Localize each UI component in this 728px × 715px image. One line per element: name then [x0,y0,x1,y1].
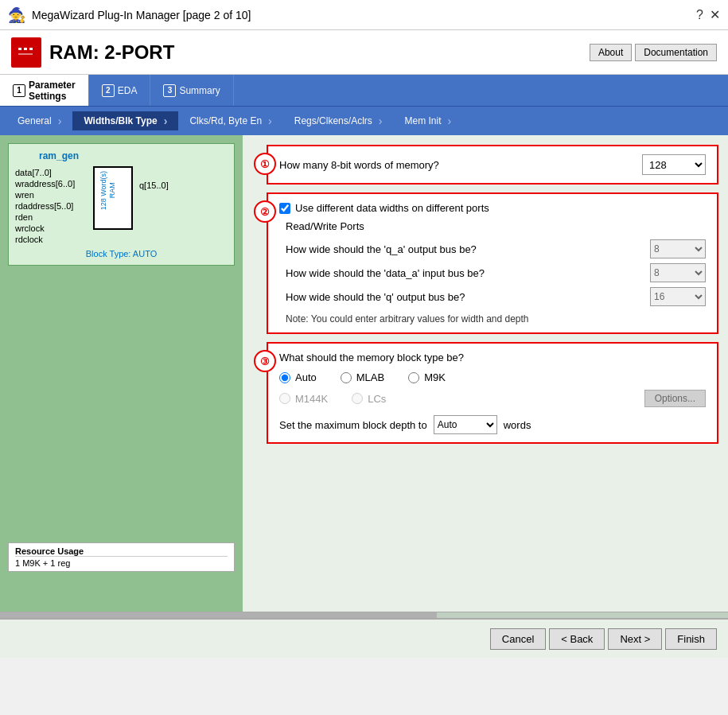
tab-summary[interactable]: 3 Summary [150,75,233,106]
depth-select[interactable]: Auto 32 64 128 256 [434,415,497,434]
title-bar-controls: ? ✕ [696,7,720,22]
back-button[interactable]: < Back [549,628,605,650]
radio-lcs-label[interactable]: LCs [352,393,386,405]
tab2-arrow-clks: › [268,115,272,127]
radio-auto-label[interactable]: Auto [279,371,317,383]
tab1-label-1: ParameterSettings [29,80,76,102]
block-depth-row: Set the maximum block depth to Auto 32 6… [279,415,706,434]
diff-widths-checkbox[interactable] [279,203,290,214]
close-button[interactable]: ✕ [710,7,720,22]
step1-circle: ① [254,153,276,175]
diff-widths-label: Use different data widths on different p… [295,202,489,214]
section1-row: How many 8-bit words of memory? 128 256 … [279,154,706,175]
ports-label: Read/Write Ports [286,220,706,232]
memory-words-select[interactable]: 128 256 512 1024 [642,154,706,175]
title-bar-text: MegaWizard Plug-In Manager [page 2 of 10… [32,9,251,21]
options-button[interactable]: Options... [644,390,706,407]
tab2-label-widths: Widths/Blk Type [84,115,157,126]
module-name: ram_gen [39,150,87,161]
section2-row-label-1: How wide should the 'data_a' input bus b… [286,267,485,279]
signal-wren: wren [15,190,87,200]
radio-m9k-label[interactable]: M9K [408,371,446,383]
section2-row-2: How wide should the 'q' output bus be? 8… [279,285,706,309]
radio-auto-text: Auto [295,371,317,383]
signal-list: ram_gen data[7..0] wraddress[6..0] wren … [15,150,87,244]
section2-row-0: How wide should the 'q_a' output bus be?… [279,237,706,261]
section1-question: How many 8-bit words of memory? [279,159,439,171]
section3: ③ What should the memory block type be? … [267,342,718,444]
tab-mem-init[interactable]: Mem Init › [393,111,462,130]
tab2-arrow-widths: › [164,115,168,127]
radio-group-2: M144K LCs [279,393,386,405]
radio-m144k-text: M144K [295,393,328,405]
diagram-box: ram_gen data[7..0] wraddress[6..0] wren … [8,143,235,266]
tab1-num-2: 2 [102,84,115,97]
radio-lcs[interactable] [352,393,363,404]
radio-auto[interactable] [279,372,290,383]
signal-data: data[7..0] [15,168,87,177]
tab2-arrow-regs: › [379,115,383,127]
radio-m144k-label[interactable]: M144K [279,393,328,405]
wizard-icon: 🧙 [8,6,25,24]
tab1-num-1: 1 [13,84,25,97]
resource-box: Resource Usage 1 M9K + 1 reg [8,542,235,572]
diff-widths-checkbox-label[interactable]: Use different data widths on different p… [279,202,489,214]
tab2-arrow-mem-init: › [447,115,451,127]
depth-suffix: words [504,419,531,431]
radio-mlab[interactable] [341,372,352,383]
step2-circle: ② [254,200,276,223]
radio-m9k-text: M9K [424,371,446,383]
data-a-input-select[interactable]: 81632 [650,263,706,282]
section2-row-1: How wide should the 'data_a' input bus b… [279,261,706,285]
section2-header: Use different data widths on different p… [279,202,706,214]
radio-mlab-text: MLAB [356,371,384,383]
block-type: Block Type: AUTO [15,249,228,258]
tab1-label-3: Summary [179,85,220,96]
tab-regs-clkens-aclrs[interactable]: Regs/Clkens/Aclrs › [283,111,394,130]
ram-icon [11,37,41,68]
finish-button[interactable]: Finish [665,628,717,650]
tab2-label-general: General [18,115,52,126]
tab-general[interactable]: General › [6,111,72,130]
radio-mlab-label[interactable]: MLAB [341,371,384,383]
signal-rdclock: rdclock [15,235,87,244]
title-bar-left: 🧙 MegaWizard Plug-In Manager [page 2 of … [8,6,251,24]
right-panel: ① How many 8-bit words of memory? 128 25… [243,135,728,612]
output-signal: q[15..0] [139,181,169,190]
section2: ② Use different data widths on different… [267,192,718,334]
signal-rdaddress: rdaddress[5..0] [15,201,87,211]
tab1-label-2: EDA [118,85,138,96]
radio-lcs-text: LCs [368,393,386,405]
section2-note: Note: You could enter arbitrary values f… [286,313,706,324]
q-output-select[interactable]: 81632 [650,287,706,306]
resource-title: Resource Usage [15,546,228,557]
tab2-label-clks: Clks/Rd, Byte En [189,115,262,126]
cancel-button[interactable]: Cancel [490,628,546,650]
tab-eda[interactable]: 2 EDA [89,75,151,106]
header-title: RAM: 2-PORT [11,37,174,68]
radio-m9k[interactable] [408,372,419,383]
about-button[interactable]: About [590,44,632,61]
tab-parameter-settings[interactable]: 1 ParameterSettings [0,75,89,106]
svg-rect-0 [15,45,37,60]
page-title: RAM: 2-PORT [49,41,174,64]
svg-rect-4 [18,53,33,55]
depth-label: Set the maximum block depth to [279,419,427,431]
svg-rect-2 [24,48,27,50]
signal-wraddress: wraddress[6..0] [15,179,87,188]
section3-question: What should the memory block type be? [279,352,706,363]
qa-output-select[interactable]: 81632 [650,239,706,258]
help-button[interactable]: ? [696,8,703,22]
tabs2: General › Widths/Blk Type › Clks/Rd, Byt… [0,107,728,135]
tab2-label-regs: Regs/Clkens/Aclrs [294,115,372,126]
svg-rect-1 [18,48,21,50]
tab-clks-rd-byte-en[interactable]: Clks/Rd, Byte En › [178,111,282,130]
radio-m144k[interactable] [279,393,290,404]
next-button[interactable]: Next > [608,628,662,650]
documentation-button[interactable]: Documentation [635,44,717,61]
signal-wrclock: wrclock [15,223,87,233]
radio-group-1: Auto MLAB M9K [279,371,706,383]
section2-row-label-2: How wide should the 'q' output bus be? [286,291,465,303]
tab-widths-blk-type[interactable]: Widths/Blk Type › [72,111,178,130]
header: RAM: 2-PORT About Documentation [0,30,728,75]
